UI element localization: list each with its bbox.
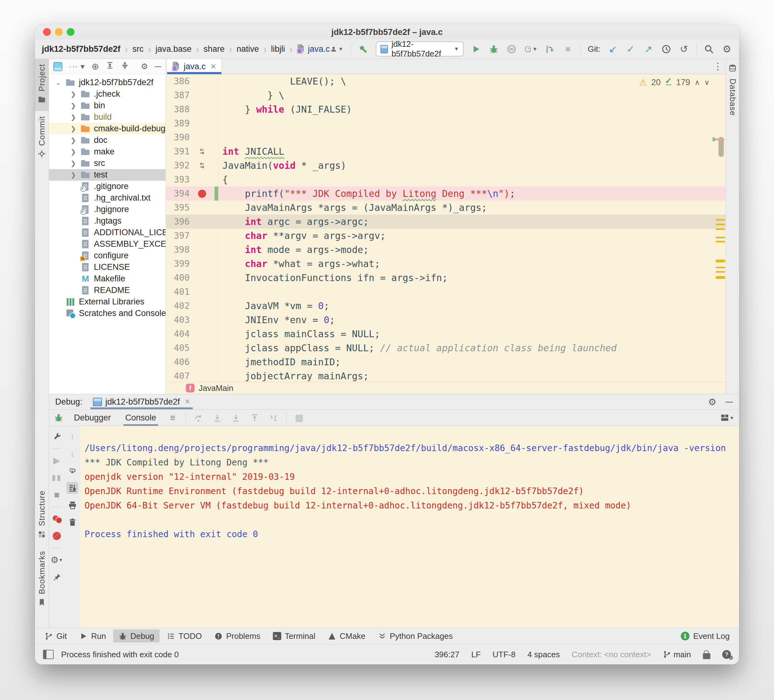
chevron-right-icon[interactable]: ❯ — [69, 137, 77, 144]
coverage-button[interactable] — [506, 43, 517, 55]
stop-process-button[interactable]: ■ — [51, 489, 63, 501]
tree-item-jdk12-b5f7bb57de2f[interactable]: ⌄jdk12-b5f7bb57de2f — [49, 77, 165, 88]
gutter[interactable] — [190, 88, 215, 102]
breadcrumb-java-base[interactable]: java.base — [155, 44, 192, 54]
toolwindow-tab-run[interactable]: Run — [74, 629, 111, 643]
toolwindow-tab-todo[interactable]: TODO — [162, 629, 207, 643]
tree-item-license[interactable]: LICENSE — [49, 261, 165, 273]
search-everywhere-icon[interactable] — [704, 43, 714, 55]
debug-console-output[interactable]: /Users/litong.deng/projects/programming/… — [80, 426, 739, 628]
debug-session-tab[interactable]: jdk12-b5f7bb57de2f ✕ — [91, 395, 193, 409]
toolwindow-tab-git[interactable]: Git — [39, 629, 72, 643]
breadcrumb-native[interactable]: native — [237, 44, 259, 54]
chevron-down-icon[interactable]: ⌄ — [55, 79, 62, 86]
help-settings-icon[interactable]: ? — [722, 650, 731, 659]
gutter[interactable] — [190, 74, 215, 88]
tree-item-doc[interactable]: ❯doc — [49, 134, 165, 146]
code-line-402[interactable]: 402 JavaVM *vm = 0; — [166, 299, 726, 313]
gutter[interactable] — [190, 159, 215, 172]
breadcrumb-file[interactable]: C java.c — [297, 44, 330, 54]
code-line-398[interactable]: 398 int mode = args->mode; — [166, 243, 726, 257]
editor-options-kebab-icon[interactable]: ⋮ — [713, 61, 723, 72]
code-line-390[interactable]: 390 — [166, 131, 726, 144]
tree-item-scratches-and-consoles[interactable]: Scratches and Consoles — [49, 308, 165, 319]
tree-item-build[interactable]: ❯build — [49, 111, 165, 123]
tab-debugger[interactable]: Debugger — [70, 410, 115, 426]
project-view-selector-icon[interactable] — [53, 62, 62, 71]
code-line-406[interactable]: 406 jmethodID mainID; — [166, 355, 726, 369]
inspections-widget[interactable]: ⚠ 20 ✓~~ 179 ∧ ∨ — [639, 77, 710, 88]
gutter[interactable] — [190, 200, 215, 215]
debug-wrench-icon[interactable] — [51, 430, 63, 442]
toolwindow-tab-cmake[interactable]: CMake — [322, 629, 370, 643]
code-line-396[interactable]: 396 int argc = args->argc; — [166, 215, 726, 228]
code-line-400[interactable]: 400 InvocationFunctions ifn = args->ifn; — [166, 271, 726, 285]
code-line-392[interactable]: 392JavaMain(void * _args) — [166, 159, 726, 172]
clear-console-icon[interactable] — [66, 516, 78, 528]
code-area[interactable]: 386 LEAVE(); \387 } \388 } while (JNI_FA… — [166, 74, 726, 382]
git-branch-widget[interactable]: main — [663, 650, 691, 659]
pin-tab-icon[interactable] — [51, 571, 63, 583]
evaluate-expression-button[interactable]: ▦ — [293, 412, 305, 424]
toolwindow-toggle-icon[interactable] — [43, 650, 54, 659]
breadcrumb-share[interactable]: share — [203, 44, 225, 54]
step-into-button[interactable] — [212, 412, 223, 424]
tree-item--hgtags[interactable]: .hgtags — [49, 215, 165, 227]
code-line-395[interactable]: 395 JavaMainArgs *args = (JavaMainArgs *… — [166, 200, 726, 215]
next-problem-icon[interactable]: ∨ — [704, 78, 710, 87]
pause-button[interactable]: ▮▮ — [51, 472, 63, 483]
toolwindow-tab-commit[interactable]: Commit — [35, 111, 49, 165]
history-button[interactable] — [661, 43, 671, 55]
code-line-399[interactable]: 399 char *what = args->what; — [166, 257, 726, 271]
context-indicator[interactable]: Context: <no context> — [572, 650, 651, 659]
gutter[interactable] — [190, 285, 215, 299]
chevron-right-icon[interactable]: ❯ — [69, 171, 77, 179]
breadcrumb-libjli[interactable]: libjli — [271, 44, 285, 54]
file-encoding[interactable]: UTF-8 — [493, 650, 516, 659]
toolwindow-tab-python-packages[interactable]: Python Packages — [373, 629, 458, 643]
code-line-397[interactable]: 397 char **argv = args->argv; — [166, 228, 726, 243]
gutter[interactable] — [190, 116, 215, 131]
git-push-button[interactable]: ↗ — [643, 43, 653, 55]
project-view-more-icon[interactable]: ··· ▾ — [69, 62, 85, 71]
stop-button[interactable]: ■ — [562, 43, 573, 55]
gutter[interactable] — [190, 355, 215, 369]
gutter[interactable] — [190, 228, 215, 243]
collapse-all-icon[interactable] — [121, 61, 129, 72]
gutter[interactable] — [190, 131, 215, 144]
tree-item-src[interactable]: ❯src — [49, 157, 165, 169]
step-out-button[interactable] — [249, 412, 261, 424]
profiler-button[interactable]: ▼ — [524, 43, 538, 55]
close-tab-icon[interactable]: ✕ — [210, 62, 217, 71]
breakpoint-icon[interactable] — [198, 190, 206, 198]
code-line-404[interactable]: 404 jclass mainClass = NULL; — [166, 327, 726, 341]
zoom-window-button[interactable] — [67, 28, 74, 36]
step-over-button[interactable] — [193, 412, 205, 424]
run-configuration-select[interactable]: jdk12-b5f7bb57de2f ▼ — [376, 41, 464, 56]
chevron-right-icon[interactable]: ❯ — [69, 91, 77, 98]
tree-item--hgignore[interactable]: .hgignore — [49, 204, 165, 215]
layout-settings-icon[interactable]: ▼ — [720, 413, 734, 422]
close-window-button[interactable] — [43, 28, 51, 36]
current-function-name[interactable]: JavaMain — [198, 383, 233, 393]
gutter[interactable] — [190, 271, 215, 285]
rollback-button[interactable]: ↺ — [678, 43, 689, 55]
chevron-right-icon[interactable]: ❯ — [69, 125, 77, 132]
chevron-right-icon[interactable]: ❯ — [69, 102, 77, 109]
jump-arrows-icon[interactable] — [197, 161, 207, 170]
write-access-lock-icon[interactable] — [703, 653, 710, 659]
debug-gear-icon[interactable]: ⚙▼ — [51, 554, 63, 566]
gutter[interactable] — [190, 187, 215, 200]
toolwindow-tab-bookmarks[interactable]: Bookmarks — [35, 546, 49, 628]
indent-setting[interactable]: 4 spaces — [528, 650, 560, 659]
git-commit-button[interactable]: ✓ — [625, 43, 636, 55]
up-stack-icon[interactable]: ↑ — [66, 430, 78, 442]
toolwindow-tab-project[interactable]: Project — [35, 59, 49, 111]
gutter[interactable] — [190, 299, 215, 313]
mute-breakpoints-button[interactable] — [51, 530, 63, 542]
tree-item--hg-archival-txt[interactable]: .hg_archival.txt — [49, 192, 165, 204]
resume-button[interactable]: ▶ — [51, 455, 63, 467]
soft-wrap-icon[interactable] — [66, 465, 78, 477]
tree-item-test[interactable]: ❯test — [49, 169, 165, 180]
project-settings-icon[interactable]: ⚙ — [141, 62, 148, 71]
